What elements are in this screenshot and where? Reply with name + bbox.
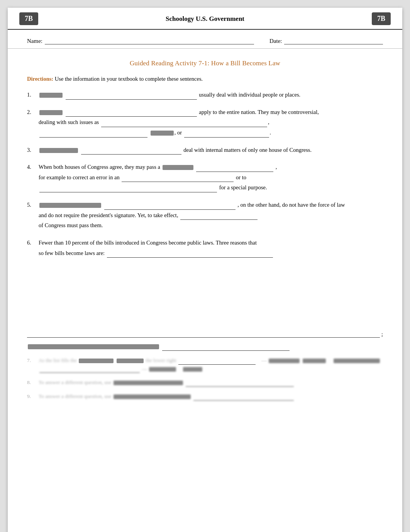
- q6-body: Fewer than 10 percent of the bills intro…: [39, 238, 383, 258]
- bq8-blank[interactable]: [186, 380, 294, 387]
- q4-blank3[interactable]: [39, 185, 217, 192]
- q6-text1: Fewer than 10 percent of the bills intro…: [39, 240, 257, 246]
- bq7-redacted3: [269, 359, 300, 363]
- name-field[interactable]: [45, 37, 254, 44]
- q1-num: 1.: [27, 90, 39, 100]
- bq8-redacted: [114, 381, 183, 385]
- bottom-blank-1[interactable]: [162, 344, 290, 351]
- q4-body: When both houses of Congress agree, they…: [39, 162, 383, 192]
- bq9-body: To answer a different question, use: [39, 392, 383, 401]
- q5-blank2[interactable]: [180, 213, 258, 220]
- q4-line2: for example to correct an error in an or…: [39, 173, 383, 182]
- q2-num: 2.: [27, 107, 39, 138]
- page-title: Schoology U.S. Government: [38, 15, 372, 23]
- bq8-text: To answer a different question, use: [39, 379, 113, 385]
- question-5: 5. , on the other hand, do not have the …: [27, 200, 383, 230]
- bottom-redacted-block-1: [27, 342, 383, 351]
- bottom-section: 7. As the list fills the the lower right…: [8, 338, 402, 410]
- questions-section: 1. usually deal with individual people o…: [8, 90, 402, 258]
- bq7-body: As the list fills the the lower right — …: [39, 356, 383, 373]
- bq7-redacted2: [117, 359, 144, 363]
- bottom-question-7: 7. As the list fills the the lower right…: [27, 356, 383, 373]
- q2-redacted: [39, 110, 63, 115]
- q5-num: 5.: [27, 200, 39, 230]
- q3-blank[interactable]: [81, 148, 181, 155]
- bottom-question-9: 9. To answer a different question, use: [27, 392, 383, 401]
- bottom-question-8: 8. To answer a different question, use: [27, 378, 383, 387]
- bq7-redacted7: [183, 367, 202, 372]
- q4-blank2[interactable]: [122, 175, 234, 182]
- directions-text: Use the information in your textbook to …: [55, 76, 203, 82]
- q2-line2: dealing with such issues as ,: [39, 117, 383, 127]
- q4-num: 4.: [27, 162, 39, 192]
- bq7-text: As the list fills the: [39, 357, 78, 363]
- q5-redacted: [39, 203, 101, 208]
- bq7-num: 7.: [27, 356, 39, 373]
- q2-redacted2: [151, 131, 174, 136]
- q1-body: usually deal with individual people or p…: [39, 90, 383, 100]
- question-2: 2. apply to the entire nation. They may …: [27, 107, 383, 138]
- bq7-text2: the lower right: [146, 357, 178, 363]
- q4-text1: When both houses of Congress agree, they…: [39, 164, 162, 170]
- bq8-num: 8.: [27, 378, 39, 387]
- q5-line2: and do not require the president's signa…: [39, 211, 383, 220]
- question-4: 4. When both houses of Congress agree, t…: [27, 162, 383, 192]
- q2-text1: apply to the entire nation. They may be …: [199, 109, 319, 115]
- q1-redacted: [39, 93, 63, 98]
- question-3: 3. deal with internal matters of only on…: [27, 145, 383, 155]
- q4-comma: ,: [276, 164, 277, 170]
- q2-body: apply to the entire nation. They may be …: [39, 107, 383, 138]
- directions-label: Directions:: [27, 76, 53, 82]
- q3-text: deal with internal matters of only one h…: [183, 147, 312, 153]
- name-group: Name:: [27, 37, 254, 44]
- separator-semicolon: ;: [381, 331, 383, 338]
- q4-redacted: [163, 165, 193, 170]
- separator-section: ;: [8, 269, 402, 338]
- bq9-redacted: [114, 394, 191, 399]
- q2-line3: , or .: [39, 128, 383, 138]
- date-field[interactable]: [284, 37, 383, 44]
- separator-line: [27, 337, 380, 338]
- bq7-redacted6: [149, 367, 176, 372]
- q5-blank1[interactable]: [104, 203, 235, 210]
- q2-blank3[interactable]: [39, 131, 147, 138]
- q4-blank1[interactable]: [196, 165, 273, 172]
- q2-blank2[interactable]: [101, 120, 267, 127]
- q6-num: 6.: [27, 238, 39, 258]
- bq7-num2: —: [261, 357, 267, 363]
- name-label: Name:: [27, 38, 42, 44]
- question-1: 1. usually deal with individual people o…: [27, 90, 383, 100]
- separator-row: ;: [27, 331, 383, 338]
- bq7-line3: [148, 366, 203, 372]
- directions: Directions: Use the information in your …: [8, 76, 402, 82]
- worksheet-page: 7B Schoology U.S. Government 7B Name: Da…: [8, 8, 402, 532]
- q1-text: usually deal with individual people or p…: [199, 92, 300, 98]
- bq7-redacted5: [334, 359, 380, 363]
- date-group: Date:: [269, 37, 383, 44]
- blank-space: [27, 269, 383, 331]
- q3-redacted: [39, 148, 78, 153]
- q6-line2: so few bills become laws are:: [39, 248, 383, 258]
- question-6: 6. Fewer than 10 percent of the bills in…: [27, 238, 383, 258]
- activity-title: Guided Reading Activity 7-1: How a Bill …: [8, 59, 402, 67]
- bq9-blank[interactable]: [193, 394, 294, 401]
- q5-line3: of Congress must pass them.: [39, 221, 383, 230]
- corner-right: 7B: [372, 12, 391, 25]
- bq7-redacted1: [79, 359, 114, 363]
- header: 7B Schoology U.S. Government 7B: [8, 8, 402, 30]
- q5-text1: , on the other hand, do not have the for…: [237, 202, 345, 208]
- bq8-body: To answer a different question, use: [39, 378, 383, 387]
- q2-blank4[interactable]: [184, 131, 269, 138]
- bq7-blank2[interactable]: [39, 366, 140, 373]
- name-date-row: Name: Date:: [8, 30, 402, 49]
- bq7-redacted4: [303, 359, 326, 363]
- q1-blank[interactable]: [66, 93, 197, 100]
- bq7-blank[interactable]: [178, 358, 256, 365]
- q4-line3: for a special purpose.: [39, 183, 383, 192]
- q3-num: 3.: [27, 145, 39, 155]
- corner-left: 7B: [19, 12, 38, 25]
- q2-blank1[interactable]: [66, 110, 197, 117]
- bq9-num: 9.: [27, 392, 39, 401]
- q6-blank1[interactable]: [107, 251, 273, 258]
- date-label: Date:: [269, 38, 282, 44]
